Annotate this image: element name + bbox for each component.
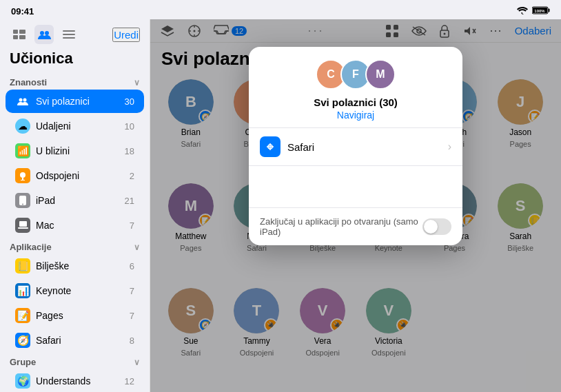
u-blizini-count: 18	[125, 146, 134, 156]
biljeke-icon: 📒	[15, 258, 30, 274]
modal-toggle[interactable]	[422, 218, 451, 235]
svg-point-13	[19, 98, 23, 101]
modal-lock-label: Zaključaj u aplikaciji po otvaranju (sam…	[260, 216, 422, 237]
biljeke-count: 6	[130, 261, 134, 271]
modal-avatar-group: CFM	[316, 59, 396, 90]
sidebar-item-svi-polaznici[interactable]: Svi polaznici 30	[6, 90, 144, 113]
mac-icon	[15, 218, 30, 233]
svg-point-19	[22, 203, 23, 205]
svg-rect-5	[19, 30, 26, 34]
sidebar-grid-icon[interactable]	[10, 25, 29, 44]
sidebar-item-pages[interactable]: 📝 Pages 7	[6, 304, 144, 327]
svi-polaznici-count: 30	[125, 96, 134, 107]
udaljeni-count: 10	[125, 121, 134, 132]
modal-overlay: CFM Svi polaznici (30) Navigiraj Safari …	[150, 19, 561, 392]
svg-rect-21	[18, 227, 28, 229]
sidebar-header: Uredi	[0, 19, 150, 47]
sidebar-item-mac[interactable]: Mac 7	[6, 214, 144, 237]
grupe-chevron: ∨	[134, 358, 140, 367]
modal-dialog: CFM Svi polaznici (30) Navigiraj Safari …	[249, 47, 462, 245]
modal-navigiraj-button[interactable]: Navigiraj	[337, 110, 374, 121]
sidebar-title: Učionica	[0, 47, 150, 73]
understands-icon: 🌍	[15, 373, 30, 389]
odspojeni-count: 2	[130, 171, 134, 181]
battery-icon: 100%	[532, 6, 550, 17]
u-blizini-label: U blizini	[36, 145, 125, 156]
status-bar: 09:41 100%	[0, 0, 561, 19]
svi-polaznici-label: Svi polaznici	[36, 96, 125, 107]
svg-rect-6	[13, 35, 18, 39]
modal-group-label: Svi polaznici (30)	[314, 96, 398, 108]
sidebar-item-ipad[interactable]: iPad 21	[6, 189, 144, 212]
understands-count: 12	[125, 376, 134, 386]
svg-point-15	[20, 172, 26, 178]
sidebar-item-u-blizini[interactable]: 📶 U blizini 18	[6, 139, 144, 163]
svg-rect-11	[63, 34, 75, 35]
main-layout: Uredi Učionica Znanosti ∨ Svi polaznici …	[0, 19, 561, 392]
modal-bottom: Zaključaj u aplikaciji po otvaranju (sam…	[249, 207, 462, 245]
mac-count: 7	[130, 220, 134, 231]
keynote-icon: 📊	[15, 283, 30, 298]
edit-button[interactable]: Uredi	[112, 28, 140, 42]
pages-label: Pages	[36, 310, 130, 321]
svi-polaznici-icon	[15, 94, 30, 109]
svg-point-8	[40, 31, 44, 35]
safari-label: Safari	[36, 335, 130, 346]
svg-rect-7	[19, 35, 26, 39]
status-time: 09:41	[11, 6, 34, 17]
sidebar-people-icon[interactable]	[34, 25, 54, 44]
biljeke-label: Bilješke	[36, 260, 130, 271]
ipad-count: 21	[125, 196, 134, 206]
sidebar-item-keynote[interactable]: 📊 Keynote 7	[6, 279, 144, 302]
pages-icon: 📝	[15, 308, 30, 323]
sidebar-item-understands[interactable]: 🌍 Understands 12	[6, 369, 144, 392]
section-label-science[interactable]: Znanosti ∨	[0, 73, 150, 89]
status-icons: 100%	[517, 6, 550, 17]
apps-chevron: ∨	[134, 243, 140, 252]
modal-top: CFM Svi polaznici (30) Navigiraj	[249, 47, 462, 128]
sidebar-item-safari[interactable]: 🧭 Safari 8	[6, 329, 144, 352]
pages-count: 7	[130, 311, 134, 321]
sidebar-item-odspojeni[interactable]: Odspojeni 2	[6, 164, 144, 187]
modal-safari-item[interactable]: Safari ›	[249, 128, 462, 166]
keynote-count: 7	[130, 286, 134, 296]
safari-count: 8	[130, 336, 134, 346]
svg-text:100%: 100%	[534, 9, 545, 13]
modal-spacer	[249, 166, 462, 207]
sidebar-item-biljeke[interactable]: 📒 Bilješke 6	[6, 254, 144, 278]
svg-rect-1	[549, 8, 550, 12]
safari-icon: 🧭	[15, 333, 30, 348]
svg-rect-10	[63, 30, 75, 32]
svg-point-14	[23, 98, 27, 101]
svg-rect-16	[22, 178, 23, 180]
u-blizini-icon: 📶	[15, 143, 30, 158]
sidebar: Uredi Učionica Znanosti ∨ Svi polaznici …	[0, 19, 150, 392]
svg-point-9	[45, 31, 49, 35]
keynote-label: Keynote	[36, 285, 130, 296]
svg-rect-4	[13, 30, 18, 34]
mac-label: Mac	[36, 220, 130, 231]
understands-label: Understands	[36, 375, 125, 386]
odspojeni-label: Odspojeni	[36, 170, 130, 181]
udaljeni-icon: ☁	[15, 118, 30, 134]
sidebar-item-udaljeni[interactable]: ☁ Udaljeni 10	[6, 114, 144, 138]
udaljeni-label: Udaljeni	[36, 121, 125, 132]
section-label-grupe[interactable]: Grupe ∨	[0, 353, 150, 369]
modal-safari-chevron: ›	[448, 141, 451, 153]
ipad-label: iPad	[36, 195, 125, 206]
svg-rect-20	[19, 221, 27, 227]
modal-safari-icon	[260, 136, 280, 157]
ipad-icon	[15, 193, 30, 208]
modal-avatar-2: M	[365, 59, 396, 90]
wifi-icon	[517, 6, 528, 17]
svg-rect-12	[63, 37, 75, 39]
science-chevron: ∨	[134, 78, 140, 87]
modal-safari-label: Safari	[287, 141, 448, 153]
odspojeni-icon	[15, 168, 30, 183]
sidebar-view-icons	[10, 25, 79, 44]
content-area: 12 ···	[150, 19, 561, 392]
svg-rect-17	[21, 180, 25, 180]
modal-toggle-knob	[424, 220, 438, 234]
section-label-apps[interactable]: Aplikacije ∨	[0, 238, 150, 254]
sidebar-list-icon[interactable]	[59, 25, 79, 44]
